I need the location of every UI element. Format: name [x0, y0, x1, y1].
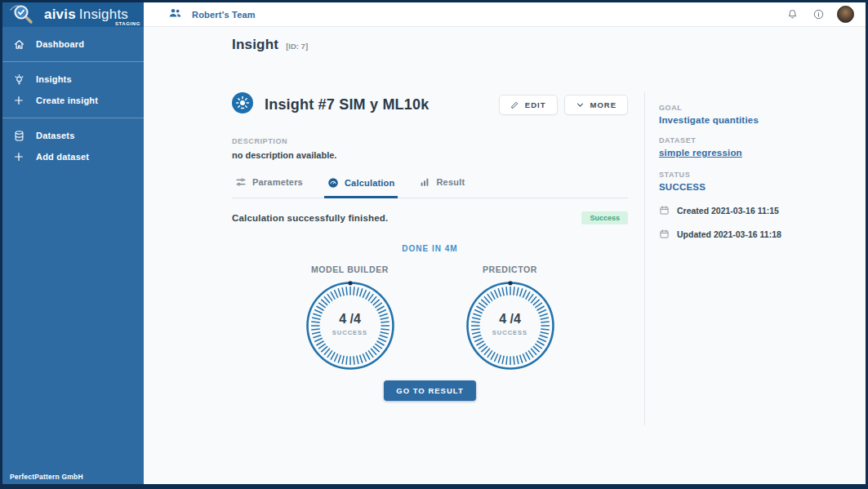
- database-icon: [12, 129, 25, 142]
- calendar-icon: [659, 205, 670, 216]
- sidebar-item-label: Insights: [36, 74, 72, 84]
- status-label: STATUS: [659, 171, 849, 179]
- sidebar-item-label: Create insight: [36, 96, 98, 105]
- goal-label: GOAL: [659, 104, 849, 112]
- sidebar-item-insights[interactable]: Insights: [2, 69, 144, 90]
- created-row: Created 2021-03-16 11:15: [659, 205, 849, 216]
- more-button[interactable]: MORE: [564, 95, 629, 115]
- description-label: DESCRIPTION: [232, 137, 628, 145]
- status-message: Calculation successfully finished.: [232, 213, 389, 223]
- status-group: STATUS SUCCESS: [659, 171, 849, 192]
- done-in-label: DONE IN 4M: [232, 244, 628, 253]
- tab-label: Parameters: [252, 177, 303, 187]
- sidebar-divider: [2, 61, 144, 62]
- edit-button-label: EDIT: [525, 100, 546, 109]
- tab-parameters[interactable]: Parameters: [232, 176, 306, 198]
- calendar-icon: [659, 229, 670, 239]
- edit-button[interactable]: EDIT: [499, 95, 558, 115]
- gauge-readout: 4 /4 SUCCESS: [465, 312, 555, 336]
- goal-group: GOAL Investigate quantities: [659, 104, 849, 125]
- columns: Insight #7 SIM y ML10k EDIT MORE: [232, 92, 849, 425]
- notifications-bell-icon[interactable]: [785, 7, 799, 22]
- brand-name: aivis: [44, 7, 76, 22]
- info-icon[interactable]: [811, 7, 826, 22]
- gauge-value: 4 /4: [465, 312, 555, 327]
- page-content: Insight [ID: 7] Insight #7 SIM y ML10k: [144, 27, 866, 484]
- sidebar-item-label: Datasets: [36, 131, 74, 140]
- go-to-result-button[interactable]: GO TO RESULT: [384, 380, 475, 401]
- company-footer: PerfectPattern GmbH: [10, 473, 83, 481]
- page-title: Insight: [232, 37, 278, 53]
- status-value: SUCCESS: [659, 182, 849, 192]
- sidebar-divider: [2, 118, 144, 118]
- gauge-dial: 4 /4 SUCCESS: [465, 281, 555, 371]
- lightbulb-icon: [12, 73, 25, 86]
- gauge-label: MODEL BUILDER: [289, 265, 412, 274]
- gauges: MODEL BUILDER 4 /4 SUCCESS: [232, 265, 628, 371]
- updated-row: Updated 2021-03-16 11:18: [659, 229, 849, 239]
- app: aivisInsights STAGING Dashboard Insights: [2, 2, 866, 484]
- plus-icon: [12, 150, 25, 163]
- sidebar-item-add-dataset[interactable]: Add dataset: [2, 146, 144, 167]
- cta-row: GO TO RESULT: [232, 380, 628, 425]
- user-avatar[interactable]: [837, 6, 854, 23]
- product-name: Insights: [79, 7, 128, 22]
- predictor-gauge: PREDICTOR 4 /4 SUCCESS: [449, 265, 572, 371]
- tab-calculation[interactable]: Calculation: [324, 176, 398, 198]
- sliders-icon: [235, 176, 247, 188]
- model-builder-gauge: MODEL BUILDER 4 /4 SUCCESS: [289, 265, 412, 371]
- dataset-label: DATASET: [659, 136, 849, 144]
- sidebar-item-label: Add dataset: [36, 152, 89, 162]
- details-panel: GOAL Investigate quantities DATASET simp…: [644, 92, 849, 425]
- more-button-label: MORE: [590, 100, 617, 109]
- sidebar-item-create-insight[interactable]: Create insight: [2, 90, 144, 111]
- sidebar-item-label: Dashboard: [36, 39, 84, 49]
- page-header: Insight [ID: 7]: [232, 37, 849, 53]
- pencil-icon: [510, 100, 519, 109]
- tab-label: Calculation: [345, 178, 395, 188]
- logo[interactable]: aivisInsights STAGING: [2, 2, 144, 27]
- topbar: Robert's Team: [144, 2, 866, 27]
- gauge-value: 4 /4: [305, 312, 395, 327]
- gauge-status: SUCCESS: [305, 329, 395, 336]
- gauge-readout: 4 /4 SUCCESS: [305, 312, 395, 336]
- insight-header: Insight #7 SIM y ML10k EDIT MORE: [232, 92, 628, 117]
- window-frame: aivisInsights STAGING Dashboard Insights: [0, 0, 868, 489]
- gauge-dial: 4 /4 SUCCESS: [305, 281, 395, 371]
- gauge-status: SUCCESS: [465, 329, 555, 336]
- insight-panel: Insight #7 SIM y ML10k EDIT MORE: [232, 92, 628, 425]
- insight-actions: EDIT MORE: [499, 95, 628, 115]
- tab-label: Result: [436, 177, 465, 187]
- sidebar-item-dashboard[interactable]: Dashboard: [2, 33, 144, 55]
- topbar-actions: [785, 6, 854, 23]
- description-text: no description available.: [232, 150, 628, 160]
- success-badge: Success: [581, 211, 628, 224]
- home-icon: [12, 38, 25, 51]
- updated-date: Updated 2021-03-16 11:18: [677, 229, 781, 239]
- team-selector[interactable]: Robert's Team: [168, 7, 256, 22]
- gauge-label: PREDICTOR: [449, 265, 572, 274]
- bar-chart-icon: [419, 176, 430, 188]
- dataset-group: DATASET simple regression: [659, 136, 849, 169]
- aivis-logo-icon: [8, 2, 41, 28]
- page-id-label: [ID: 7]: [286, 42, 308, 51]
- tabs: Parameters Calculation Result: [232, 176, 628, 198]
- plus-icon: [12, 94, 25, 107]
- chevron-down-icon: [576, 100, 585, 109]
- insight-icon: [232, 92, 253, 117]
- goal-value: Investigate quantities: [659, 115, 849, 125]
- sidebar: aivisInsights STAGING Dashboard Insights: [2, 2, 144, 484]
- main-area: Robert's Team Insight [ID: 7]: [144, 2, 866, 484]
- tab-result[interactable]: Result: [416, 176, 468, 198]
- sidebar-item-datasets[interactable]: Datasets: [2, 125, 144, 146]
- team-icon: [168, 7, 182, 22]
- calculation-status-row: Calculation successfully finished. Succe…: [232, 211, 628, 224]
- staging-env-label: STAGING: [115, 21, 140, 26]
- insight-title: Insight #7 SIM y ML10k: [265, 96, 429, 113]
- logo-text: aivisInsights: [44, 7, 128, 23]
- sidebar-nav: Dashboard Insights Create insight: [2, 27, 144, 484]
- created-date: Created 2021-03-16 11:15: [677, 206, 779, 216]
- dataset-link[interactable]: simple regression: [659, 148, 742, 158]
- team-name: Robert's Team: [192, 10, 256, 20]
- calculation-gauge-icon: [327, 177, 339, 189]
